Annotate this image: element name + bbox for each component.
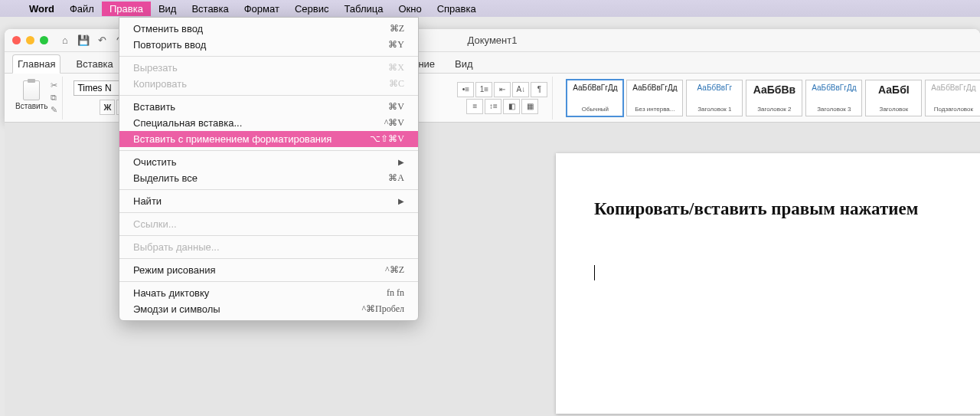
menu-item-label: Ссылки... xyxy=(133,218,177,230)
menu-item-label: Найти xyxy=(133,195,162,207)
style-card[interactable]: АаБбІЗаголовок xyxy=(865,80,922,116)
close-window-button[interactable] xyxy=(12,36,21,44)
menu-item[interactable]: Эмодзи и символы^⌘Пробел xyxy=(119,301,418,317)
menu-item[interactable]: Отменить ввод⌘Z xyxy=(119,21,418,37)
menu-item[interactable]: Повторить ввод⌘Y xyxy=(119,37,418,53)
line-spacing-button[interactable]: ↕≡ xyxy=(485,99,501,114)
menubar-table[interactable]: Таблица xyxy=(336,2,390,16)
menu-separator xyxy=(119,150,418,151)
menu-separator xyxy=(119,212,418,213)
borders-button[interactable]: ▦ xyxy=(521,99,538,114)
menu-item[interactable]: Очистить▶ xyxy=(119,154,418,170)
menu-item[interactable]: Найти▶ xyxy=(119,193,418,209)
style-preview: АаБбВвГгДд xyxy=(812,84,856,92)
bold-button[interactable]: Ж xyxy=(100,100,115,115)
menubar-edit[interactable]: Правка xyxy=(102,2,151,16)
macos-menubar: Word Файл Правка Вид Вставка Формат Серв… xyxy=(0,0,980,17)
traffic-lights xyxy=(12,36,48,44)
menubar-format[interactable]: Формат xyxy=(237,2,287,16)
menubar-help[interactable]: Справка xyxy=(430,2,484,16)
menu-item-label: Специальная вставка... xyxy=(133,117,242,129)
menu-separator xyxy=(119,56,418,57)
menu-item-label: Вырезать xyxy=(133,62,178,74)
pilcrow-button[interactable]: ¶ xyxy=(531,82,547,97)
menu-item[interactable]: Выделить все⌘A xyxy=(119,170,418,186)
format-painter-icon[interactable]: ✎ xyxy=(51,105,57,115)
align-left-button[interactable]: ≡ xyxy=(466,99,483,114)
menu-item-label: Отменить ввод xyxy=(133,23,203,34)
maximize-window-button[interactable] xyxy=(40,36,48,44)
menu-item-shortcut: ⌘C xyxy=(389,78,404,90)
menu-item-label: Выбрать данные... xyxy=(133,241,220,253)
menu-separator xyxy=(119,95,418,96)
style-card[interactable]: АаБбВвГгДдПодзаголовок xyxy=(925,80,980,116)
undo-icon[interactable]: ↶ xyxy=(96,34,108,46)
style-card[interactable]: АаБбВвГгДдБез интерва... xyxy=(626,80,683,116)
menu-separator xyxy=(119,258,418,259)
submenu-arrow-icon: ▶ xyxy=(398,197,404,205)
style-preview: АаБбВвГгДд xyxy=(632,84,677,92)
style-label: Заголовок 1 xyxy=(697,106,731,113)
menubar-view[interactable]: Вид xyxy=(151,2,185,16)
menu-item: Выбрать данные... xyxy=(119,239,418,255)
style-preview: АаБбВв xyxy=(753,84,796,96)
tab-insert[interactable]: Вставка xyxy=(71,55,117,73)
paste-button[interactable]: Вставить xyxy=(15,80,47,110)
clipboard-group: Вставить ✂ ⧉ ✎ xyxy=(11,77,63,120)
document-title: Документ1 xyxy=(468,34,518,46)
minimize-window-button[interactable] xyxy=(26,36,34,44)
menu-item-shortcut: ⌘X xyxy=(388,62,404,74)
menu-item[interactable]: Специальная вставка...^⌘V xyxy=(119,115,418,131)
menu-item-label: Эмодзи и символы xyxy=(133,303,220,315)
style-label: Без интерва... xyxy=(635,106,675,113)
sort-button[interactable]: A↓ xyxy=(512,82,529,97)
decrease-indent-button[interactable]: ⇤ xyxy=(494,82,511,97)
paragraph-group: •≡ 1≡ ⇤ A↓ ¶ ≡ ↕≡ ◧ ▦ xyxy=(452,77,553,120)
menu-item-label: Выделить все xyxy=(133,172,198,184)
menu-item-shortcut: ⌥⇧⌘V xyxy=(370,133,404,145)
save-icon[interactable]: 💾 xyxy=(77,34,90,46)
menubar-window[interactable]: Окно xyxy=(390,2,429,16)
style-card[interactable]: АаБбВвГгДдОбычный xyxy=(567,80,623,116)
menu-item-shortcut: ⌘Z xyxy=(390,23,404,34)
menu-item: Ссылки... xyxy=(119,216,418,232)
menu-item: Копировать⌘C xyxy=(119,76,418,92)
edit-menu-dropdown: Отменить ввод⌘ZПовторить ввод⌘YВырезать⌘… xyxy=(119,17,419,321)
menu-item-shortcut: ⌘V xyxy=(388,101,404,113)
tab-home[interactable]: Главная xyxy=(12,54,60,74)
style-card[interactable]: АаБбВвЗаголовок 2 xyxy=(746,80,802,116)
menubar-service[interactable]: Сервис xyxy=(287,2,337,16)
menubar-insert[interactable]: Вставка xyxy=(184,2,236,16)
menu-item-shortcut: ⌘Y xyxy=(388,39,404,51)
menubar-app[interactable]: Word xyxy=(21,2,62,16)
menu-item-label: Повторить ввод xyxy=(133,39,206,51)
cut-icon[interactable]: ✂ xyxy=(51,80,57,90)
menu-item[interactable]: Вставить с применением форматирования⌥⇧⌘… xyxy=(119,131,418,147)
menu-item: Вырезать⌘X xyxy=(119,60,418,76)
style-label: Заголовок 3 xyxy=(817,106,851,113)
menu-item[interactable]: Режим рисования^⌘Z xyxy=(119,262,418,278)
menu-item-shortcut: ^⌘Пробел xyxy=(361,303,404,315)
numbering-button[interactable]: 1≡ xyxy=(475,82,492,97)
menu-item-shortcut: fn fn xyxy=(387,287,404,299)
document-page[interactable]: Копировать/вставить правым нажатием xyxy=(556,153,980,414)
menubar-file[interactable]: Файл xyxy=(62,2,102,16)
bullets-button[interactable]: •≡ xyxy=(457,82,474,97)
menu-item[interactable]: Начать диктовкуfn fn xyxy=(119,285,418,301)
menu-item-label: Очистить xyxy=(133,156,177,168)
menu-item-shortcut: ⌘A xyxy=(388,172,404,184)
menu-item[interactable]: Вставить⌘V xyxy=(119,99,418,115)
submenu-arrow-icon: ▶ xyxy=(398,158,404,166)
style-card[interactable]: АаБбВвГгДдЗаголовок 3 xyxy=(805,80,862,116)
shading-button[interactable]: ◧ xyxy=(503,99,520,114)
menu-item-label: Режим рисования xyxy=(133,264,216,276)
style-preview: АаБбВвГгДд xyxy=(573,84,617,92)
style-card[interactable]: АаБбВвГгЗаголовок 1 xyxy=(686,80,743,116)
menu-item-label: Копировать xyxy=(133,78,187,90)
menu-separator xyxy=(119,281,418,282)
copy-icon[interactable]: ⧉ xyxy=(51,93,57,103)
style-label: Подзаголовок xyxy=(934,106,973,113)
home-icon[interactable]: ⌂ xyxy=(59,34,71,46)
style-preview: АаБбІ xyxy=(878,84,910,96)
tab-view[interactable]: Вид xyxy=(450,55,478,73)
